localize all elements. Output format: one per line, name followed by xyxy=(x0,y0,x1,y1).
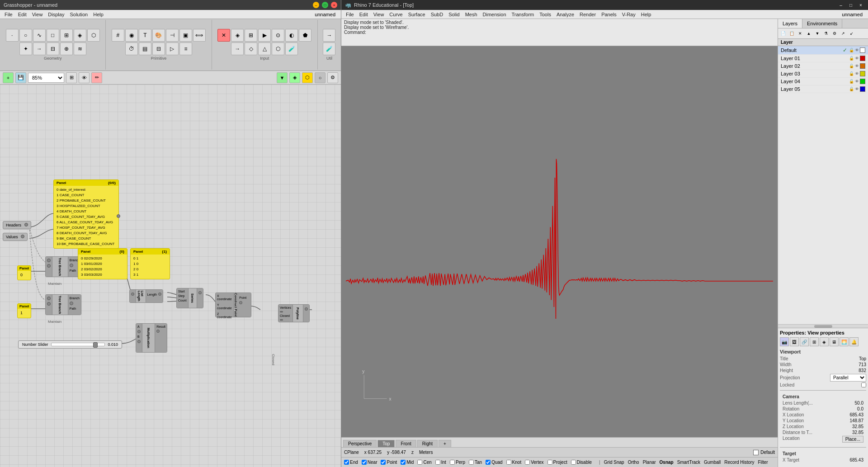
gh-icon-input4[interactable]: ▶ xyxy=(258,29,271,42)
tree-branch-1-node[interactable]: Tree Branch Branch Path xyxy=(45,256,81,277)
prop-locked-checkbox[interactable] xyxy=(861,382,866,387)
layer-move-up-btn[interactable]: ▲ xyxy=(805,29,813,38)
snap-project-checkbox[interactable] xyxy=(547,460,552,465)
gh-menu-edit[interactable]: Edit xyxy=(15,11,29,18)
rhino-viewport[interactable]: Top ▼ x y xyxy=(341,46,778,437)
gh-settings-btn[interactable]: ⚙ xyxy=(327,72,338,83)
tree-branch-2-node[interactable]: Tree Branch Branch Path xyxy=(45,294,81,315)
rhino-minimize-button[interactable]: – xyxy=(837,1,844,9)
planar-label[interactable]: Planar xyxy=(643,460,656,465)
layer-02-color[interactable] xyxy=(860,63,865,69)
gh-icon-input1[interactable]: ✕ xyxy=(217,29,230,42)
layer-03-vis-icon[interactable]: 👁 xyxy=(855,71,859,76)
gh-maximize-button[interactable]: □ xyxy=(322,2,328,8)
gh-icon-point[interactable]: · xyxy=(6,29,19,42)
layer-settings-btn[interactable]: ⚙ xyxy=(830,29,839,38)
gh-icon-box[interactable]: ⬡ xyxy=(87,29,100,42)
gh-bake2-btn[interactable]: ◈ xyxy=(289,72,300,83)
layer-row-02[interactable]: Layer 02 🔓 👁 xyxy=(778,62,868,70)
layer-row-04[interactable]: Layer 04 🔓 👁 xyxy=(778,78,868,85)
prop-tab-object[interactable]: ◈ xyxy=(820,337,829,346)
ortho-label[interactable]: Ortho xyxy=(628,460,639,465)
grid-snap-label[interactable]: Grid Snap xyxy=(604,460,624,465)
prop-tab-alert[interactable]: 🔔 xyxy=(849,337,859,346)
gh-preview-btn[interactable]: ⬡ xyxy=(302,72,313,83)
prop-tab-env[interactable]: 🌅 xyxy=(840,337,849,346)
headers-node[interactable]: Headers xyxy=(3,221,31,229)
prop-tab-display[interactable]: 🖥 xyxy=(830,337,839,346)
gh-icon-btntoggle[interactable]: ▷ xyxy=(166,42,179,55)
gh-minimize-button[interactable]: – xyxy=(313,2,319,8)
panel-tab-environments[interactable]: Environments xyxy=(802,19,842,28)
rhino-menu-panels[interactable]: Panels xyxy=(599,11,619,18)
gh-canvas[interactable]: Headers Values Panel 0 Panel 1 Panel {0/… xyxy=(0,85,341,467)
gh-icon-plane[interactable]: ⊟ xyxy=(47,42,59,55)
layer-copy-btn[interactable]: 📋 xyxy=(788,29,796,38)
gh-icon-pt2[interactable]: ✦ xyxy=(19,42,32,55)
polyline-node[interactable]: Vertices Closed Polyline xyxy=(278,304,310,322)
rhino-menu-surface[interactable]: Surface xyxy=(406,11,428,18)
gh-icon-interval[interactable]: ⟺ xyxy=(193,29,206,42)
rhino-menu-dimension[interactable]: Dimension xyxy=(480,11,509,18)
panel-main-node[interactable]: Panel {0/0} 0 date_of_interest 1 CASE_CO… xyxy=(53,179,119,249)
snap-cen-checkbox[interactable] xyxy=(417,460,422,465)
gh-menu-help[interactable]: Help xyxy=(90,11,106,18)
layer-default-lock-icon[interactable]: 🔓 xyxy=(849,48,854,52)
rhino-maximize-button[interactable]: □ xyxy=(847,1,854,9)
rhino-menu-curve[interactable]: Curve xyxy=(387,11,405,18)
layer-01-color[interactable] xyxy=(860,56,865,61)
prop-tab-link[interactable]: 🔗 xyxy=(800,337,809,346)
prop-tab-grid[interactable]: ⊞ xyxy=(810,337,819,346)
layer-scrollbar[interactable] xyxy=(778,324,868,328)
gh-icon-brep[interactable]: ◈ xyxy=(74,29,86,42)
gh-icon-time[interactable]: ⏱ xyxy=(125,42,138,55)
gh-icon-input8[interactable]: → xyxy=(231,42,244,55)
layer-03-color[interactable] xyxy=(860,71,865,76)
rhino-menu-help[interactable]: Help xyxy=(638,11,654,18)
rhino-menu-vray[interactable]: V-Ray xyxy=(619,11,638,18)
layer-05-lock-icon[interactable]: 🔓 xyxy=(849,87,854,91)
gh-icon-field[interactable]: ≋ xyxy=(74,42,86,55)
snap-end-checkbox[interactable] xyxy=(344,460,349,465)
rhino-menu-render[interactable]: Render xyxy=(577,11,599,18)
filter-label[interactable]: Filter xyxy=(758,460,768,465)
gh-icon-curve[interactable]: ∿ xyxy=(33,29,46,42)
gh-zoom-select[interactable]: 85% 100% 75% xyxy=(28,73,64,83)
gh-icon-input5[interactable]: ⊙ xyxy=(272,29,284,42)
rhino-menu-mesh[interactable]: Mesh xyxy=(462,11,480,18)
gh-grid-btn[interactable]: ⊞ xyxy=(66,72,77,83)
gh-icon-num[interactable]: # xyxy=(112,29,124,42)
layer-default-vis-icon[interactable]: 👁 xyxy=(855,48,859,52)
rhino-menu-edit[interactable]: Edit xyxy=(357,11,371,18)
layer-02-vis-icon[interactable]: 👁 xyxy=(855,64,859,68)
construct-point-node[interactable]: X coordinate Y coordinate Z coordinate C… xyxy=(215,292,251,317)
view-tab-perspective[interactable]: Perspective xyxy=(343,440,377,447)
gh-bake-btn[interactable]: ▼ xyxy=(277,72,288,83)
view-tab-plus[interactable]: + xyxy=(439,440,451,447)
gh-icon-color[interactable]: 🎨 xyxy=(152,29,165,42)
layer-row-05[interactable]: Layer 05 🔓 👁 xyxy=(778,85,868,93)
snap-point-checkbox[interactable] xyxy=(381,460,386,465)
snap-knot-checkbox[interactable] xyxy=(506,460,511,465)
layer-04-vis-icon[interactable]: 👁 xyxy=(855,79,859,84)
layer-move-down-btn[interactable]: ▼ xyxy=(813,29,821,38)
snap-tan-checkbox[interactable] xyxy=(469,460,474,465)
layer-05-color[interactable] xyxy=(860,86,865,92)
rhino-menu-file[interactable]: File xyxy=(343,11,357,18)
snap-vertex-checkbox[interactable] xyxy=(525,460,530,465)
gh-icon-domain[interactable]: ⊣ xyxy=(166,29,179,42)
view-tab-right[interactable]: Right xyxy=(417,440,438,447)
snap-perp-checkbox[interactable] xyxy=(450,460,455,465)
slider-thumb[interactable] xyxy=(93,342,98,348)
layer-delete-btn[interactable]: ✕ xyxy=(796,29,804,38)
gh-draw-btn[interactable]: ✏ xyxy=(91,72,102,83)
gh-new-btn[interactable]: + xyxy=(3,72,14,83)
gh-icon-vec[interactable]: → xyxy=(33,42,46,55)
layer-row-default[interactable]: Default ✓ 🔓 👁 xyxy=(778,46,868,55)
layer-import-btn[interactable]: ↙ xyxy=(848,29,856,38)
layer-04-lock-icon[interactable]: 🔓 xyxy=(849,79,854,84)
layer-01-lock-icon[interactable]: 🔓 xyxy=(849,56,854,61)
panel-numbers-node[interactable]: Panel {1} 0 1 1 0 2 0 3 1 xyxy=(130,248,170,279)
layer-05-vis-icon[interactable]: 👁 xyxy=(855,87,859,91)
layer-03-lock-icon[interactable]: 🔓 xyxy=(849,71,854,76)
